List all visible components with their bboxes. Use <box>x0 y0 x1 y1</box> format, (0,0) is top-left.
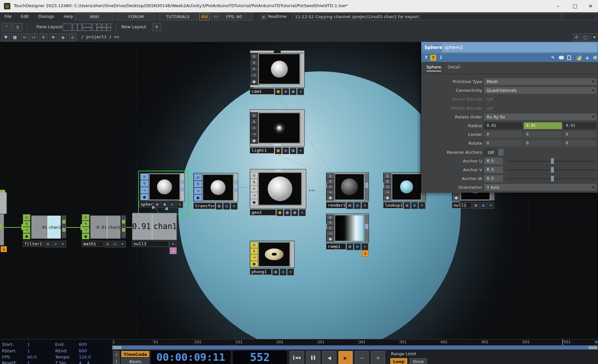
viewer-flag-icon[interactable]: ◎ <box>140 173 149 180</box>
pin-icon[interactable]: → <box>250 131 258 137</box>
copy-parameters-icon[interactable] <box>567 55 571 60</box>
node-sphere2[interactable]: ◎↯→●sphere2✦ <box>138 171 189 215</box>
node-flag-dot[interactable] <box>169 201 176 208</box>
node-star-cell[interactable]: ✦ <box>419 202 425 209</box>
node-flag-dot[interactable] <box>52 241 59 248</box>
node-name[interactable]: geo2 <box>250 209 276 215</box>
tutorials-button[interactable]: TUTORIALS <box>158 13 198 20</box>
timecode-slash-button[interactable]: / <box>113 351 120 357</box>
once-button[interactable]: Once <box>409 358 427 364</box>
node-viewer-thumbnail[interactable] <box>202 174 234 201</box>
transport-step-back-button[interactable]: ◀ <box>322 351 336 364</box>
timeline-field-value[interactable]: 600 <box>79 342 87 347</box>
close-button[interactable]: ✕ <box>583 0 598 12</box>
viewer-flag-icon[interactable]: ◎ <box>250 53 258 59</box>
comment-icon[interactable] <box>559 56 564 59</box>
node-flag-dot[interactable] <box>411 202 418 209</box>
transport-plus-button[interactable]: + <box>371 351 385 364</box>
help-icon[interactable]: ? <box>424 55 428 60</box>
node-flag-dot[interactable] <box>282 147 289 154</box>
node-flag-dot[interactable] <box>223 203 230 210</box>
timeline-ruler[interactable]: 151101151201251301351401451501551600 <box>112 339 598 346</box>
export-badge-icon[interactable]: ↓ <box>362 250 369 257</box>
node-flag-dot[interactable] <box>275 147 282 154</box>
network-editor[interactable]: ↓ ◎↯×→●cam1✦◎↯×→●light1✦◎↯×→●geo2✦◎↯→●sp… <box>0 42 598 339</box>
param-dropdown[interactable]: Quadrilaterals▼ <box>484 87 596 94</box>
timeline-field-value[interactable]: 1 <box>27 360 30 364</box>
display-flag-icon[interactable]: ↯ <box>250 118 258 125</box>
pin-icon[interactable]: → <box>82 227 90 233</box>
node-star-cell[interactable]: ✦ <box>297 147 304 154</box>
node-flag-dot[interactable] <box>354 243 361 250</box>
transport-skip-start-button[interactable]: ◀◀ <box>290 351 304 364</box>
node-name[interactable]: math1 <box>82 241 104 247</box>
viewer-flag-icon[interactable]: ◎ <box>82 214 90 221</box>
tab-sphere[interactable]: Sphere <box>426 65 441 71</box>
slider-handle[interactable] <box>551 158 554 164</box>
node-flag-dot[interactable] <box>347 202 353 209</box>
output-connector[interactable] <box>234 180 238 185</box>
node-flag-dot[interactable] <box>44 241 51 248</box>
node-viewer-thumbnail[interactable] <box>258 172 302 206</box>
viewer-flag-icon[interactable]: ◎ <box>250 242 258 248</box>
output-connector[interactable] <box>62 220 66 224</box>
output-connector[interactable] <box>365 183 368 188</box>
param-slider-value[interactable]: 0.5 <box>484 158 503 164</box>
node-flag-dot[interactable] <box>480 202 487 209</box>
timecode-i-button[interactable]: I <box>113 358 120 364</box>
render-flag-icon[interactable]: × <box>250 125 258 131</box>
viewer-flag-icon[interactable]: ◎ <box>23 214 31 221</box>
beats-mode-button[interactable]: Beats <box>121 358 149 364</box>
timeline-field-value[interactable]: 1 <box>27 348 30 353</box>
node-star-cell[interactable]: ✦ <box>59 241 66 248</box>
param-dropdown[interactable]: Mesh▼ <box>484 78 596 85</box>
realtime-checkbox[interactable]: × <box>261 14 266 20</box>
pin-icon[interactable]: → <box>326 231 334 236</box>
node-flag-dot[interactable] <box>275 88 282 95</box>
viewer-flag-icon[interactable]: ◎ <box>326 173 334 179</box>
global-op-icon[interactable]: @ <box>592 55 598 60</box>
node-name[interactable]: null2 <box>452 202 472 208</box>
bypass-icon[interactable]: ● <box>140 194 149 200</box>
output-connector[interactable] <box>234 188 238 192</box>
input-connector[interactable] <box>325 224 327 229</box>
input-connector[interactable] <box>21 224 23 230</box>
render-flag-icon[interactable]: × <box>326 184 334 190</box>
node-filter1[interactable]: ◎↯→●91chan1filter1✦ <box>23 214 66 249</box>
viewer-flag-icon[interactable]: ◎ <box>384 173 391 179</box>
node-viewer-thumbnail[interactable] <box>334 214 365 242</box>
viewer-flag-icon[interactable]: ◎ <box>194 174 202 181</box>
node-star-cell[interactable]: ✦ <box>119 241 126 248</box>
node-name[interactable]: light1 <box>250 147 274 153</box>
node-flag-dot[interactable] <box>354 202 361 209</box>
window-split-icon[interactable]: ▢ <box>581 33 589 41</box>
pane-preset-split-h[interactable] <box>82 24 92 31</box>
param-dropdown[interactable]: Rx Ry Rz▼ <box>484 114 596 120</box>
maximize-button[interactable]: □ <box>567 0 582 12</box>
node-flag-dot[interactable] <box>290 147 297 154</box>
node-flag-dot[interactable] <box>291 209 298 216</box>
node-flag-dot[interactable] <box>290 88 297 95</box>
pin-icon[interactable]: → <box>194 188 202 194</box>
pin-icon[interactable]: → <box>250 254 258 261</box>
forum-button[interactable]: FORUM <box>116 13 156 20</box>
pin-icon[interactable]: → <box>250 72 258 78</box>
display-flag-icon[interactable]: ↯ <box>326 179 334 184</box>
param-toggle[interactable]: Off <box>484 149 498 156</box>
scrollbar-right-handle[interactable]: ··· <box>589 346 597 349</box>
node-star-cell[interactable]: ✦ <box>176 201 183 208</box>
pin-icon[interactable]: → <box>23 227 31 233</box>
param-value-field[interactable]: 0 <box>524 131 562 138</box>
bypass-icon[interactable]: ● <box>250 199 258 206</box>
pin-icon[interactable]: → <box>250 192 258 199</box>
timeline-field-value[interactable]: 1 <box>27 342 30 347</box>
playhead[interactable] <box>562 339 563 345</box>
node-star-cell[interactable]: ✦ <box>487 202 494 209</box>
edge-export-badge[interactable]: ↓ <box>1 246 7 252</box>
node-flag-dot[interactable] <box>347 243 353 250</box>
viewer-flag-icon[interactable]: ◎ <box>250 112 258 118</box>
pane-preset-split-v[interactable] <box>73 24 82 31</box>
menu-dialogs[interactable]: Dialogs <box>38 14 54 19</box>
tab-detail[interactable]: Detail <box>448 65 460 71</box>
forward-arrow-icon[interactable]: ⇨ <box>30 33 38 41</box>
